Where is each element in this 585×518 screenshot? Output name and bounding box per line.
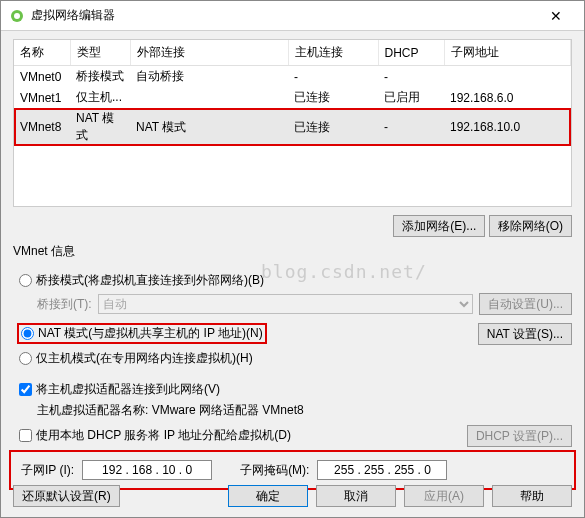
connect-host-check[interactable] — [19, 383, 32, 396]
apply-button: 应用(A) — [404, 485, 484, 507]
bridge-radio[interactable] — [19, 274, 32, 287]
table-row[interactable]: VMnet0桥接模式自动桥接-- — [14, 66, 571, 88]
dhcp-settings-button: DHCP 设置(P)... — [467, 425, 572, 447]
vmnet-info-label: VMnet 信息 — [13, 243, 572, 260]
bridge-radio-label: 桥接模式(将虚拟机直接连接到外部网络)(B) — [36, 272, 264, 289]
hostonly-radio[interactable] — [19, 352, 32, 365]
dhcp-check[interactable] — [19, 429, 32, 442]
adapter-name-label: 主机虚拟适配器名称: VMware 网络适配器 VMnet8 — [37, 403, 304, 417]
bridge-to-label: 桥接到(T): — [37, 296, 92, 313]
col-name[interactable]: 名称 — [14, 40, 70, 66]
nat-radio-label: NAT 模式(与虚拟机共享主机的 IP 地址)(N) — [38, 325, 263, 342]
table-row-selected[interactable]: VMnet8NAT 模式NAT 模式已连接-192.168.10.0 — [14, 108, 571, 146]
connect-host-label: 将主机虚拟适配器连接到此网络(V) — [36, 381, 220, 398]
subnet-ip-input[interactable] — [82, 460, 212, 480]
cancel-button[interactable]: 取消 — [316, 485, 396, 507]
window-title: 虚拟网络编辑器 — [31, 7, 536, 24]
col-host[interactable]: 主机连接 — [288, 40, 378, 66]
add-network-button[interactable]: 添加网络(E)... — [393, 215, 485, 237]
table-row[interactable]: VMnet1仅主机...已连接已启用192.168.6.0 — [14, 87, 571, 108]
dhcp-check-label: 使用本地 DHCP 服务将 IP 地址分配给虚拟机(D) — [36, 427, 291, 444]
col-ext[interactable]: 外部连接 — [130, 40, 288, 66]
svg-point-1 — [14, 13, 20, 19]
restore-defaults-button[interactable]: 还原默认设置(R) — [13, 485, 120, 507]
auto-settings-button: 自动设置(U)... — [479, 293, 572, 315]
subnet-mask-label: 子网掩码(M): — [240, 462, 309, 479]
remove-network-button[interactable]: 移除网络(O) — [489, 215, 572, 237]
col-subnet[interactable]: 子网地址 — [444, 40, 571, 66]
subnet-mask-input[interactable] — [317, 460, 447, 480]
nat-settings-button[interactable]: NAT 设置(S)... — [478, 323, 572, 345]
subnet-ip-label: 子网IP (I): — [21, 462, 74, 479]
close-icon[interactable]: ✕ — [536, 8, 576, 24]
bridge-to-select: 自动 — [98, 294, 474, 314]
col-type[interactable]: 类型 — [70, 40, 130, 66]
col-dhcp[interactable]: DHCP — [378, 40, 444, 66]
ok-button[interactable]: 确定 — [228, 485, 308, 507]
help-button[interactable]: 帮助 — [492, 485, 572, 507]
network-table[interactable]: 名称 类型 外部连接 主机连接 DHCP 子网地址 VMnet0桥接模式自动桥接… — [13, 39, 572, 207]
hostonly-radio-label: 仅主机模式(在专用网络内连接虚拟机)(H) — [36, 350, 253, 367]
app-icon — [9, 8, 25, 24]
nat-radio[interactable] — [21, 327, 34, 340]
